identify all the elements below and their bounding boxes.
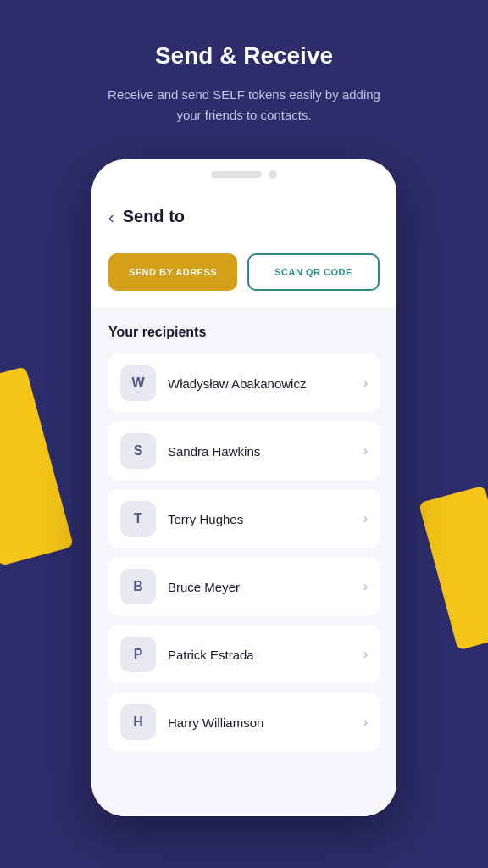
recipient-name: Sandra Hawkins bbox=[168, 444, 352, 459]
recipient-name: Terry Hughes bbox=[168, 512, 352, 526]
recipient-item[interactable]: PPatrick Estrada› bbox=[108, 625, 380, 684]
recipients-section: Your recipients WWładysław Abakanowicz›S… bbox=[92, 308, 396, 816]
notch-circle bbox=[269, 170, 277, 179]
screen-content: ‹ Send to SEND BY ADRESS SCAN QR CODE Yo… bbox=[92, 190, 396, 816]
recipients-list: WWładysław Abakanowicz›SSandra Hawkins›T… bbox=[108, 353, 380, 752]
recipient-name: Patrick Estrada bbox=[168, 648, 352, 662]
page-title: Send & Receive bbox=[100, 42, 388, 70]
recipient-name: Władysław Abakanowicz bbox=[168, 376, 352, 391]
recipient-name: Bruce Meyer bbox=[168, 580, 352, 594]
phone-mockup: ‹ Send to SEND BY ADRESS SCAN QR CODE Yo… bbox=[92, 159, 396, 816]
recipient-item[interactable]: SSandra Hawkins› bbox=[108, 421, 380, 481]
chevron-right-icon: › bbox=[363, 511, 368, 526]
chevron-right-icon: › bbox=[363, 715, 368, 730]
recipient-avatar: T bbox=[120, 501, 156, 537]
chevron-right-icon: › bbox=[363, 376, 368, 391]
recipient-item[interactable]: WWładysław Abakanowicz› bbox=[108, 353, 380, 413]
recipient-item[interactable]: TTerry Hughes› bbox=[108, 489, 380, 548]
recipient-avatar: P bbox=[120, 637, 156, 672]
recipient-avatar: B bbox=[120, 569, 156, 604]
header-section: Send & Receive Receive and send SELF tok… bbox=[100, 42, 388, 125]
page-container: Send & Receive Receive and send SELF tok… bbox=[0, 0, 488, 850]
recipients-title: Your recipients bbox=[108, 325, 380, 340]
recipient-item[interactable]: HHarry Williamson› bbox=[108, 693, 380, 752]
notch-pill bbox=[211, 171, 262, 178]
screen-header: ‹ Send to bbox=[92, 190, 396, 240]
recipient-avatar: H bbox=[120, 704, 156, 740]
recipient-name: Harry Williamson bbox=[168, 715, 352, 730]
action-buttons: SEND BY ADRESS SCAN QR CODE bbox=[92, 240, 396, 308]
phone-notch-bar bbox=[92, 159, 396, 190]
recipient-avatar: S bbox=[120, 433, 156, 469]
back-button[interactable]: ‹ bbox=[108, 209, 114, 225]
recipient-avatar: W bbox=[120, 365, 156, 401]
recipient-item[interactable]: BBruce Meyer› bbox=[108, 557, 380, 616]
send-by-address-button[interactable]: SEND BY ADRESS bbox=[108, 253, 237, 291]
chevron-right-icon: › bbox=[363, 647, 368, 662]
chevron-right-icon: › bbox=[363, 579, 368, 594]
screen-title: Send to bbox=[123, 207, 185, 226]
chevron-right-icon: › bbox=[363, 443, 368, 459]
page-subtitle: Receive and send SELF tokens easily by a… bbox=[100, 85, 388, 125]
scan-qr-button[interactable]: SCAN QR CODE bbox=[247, 253, 380, 291]
